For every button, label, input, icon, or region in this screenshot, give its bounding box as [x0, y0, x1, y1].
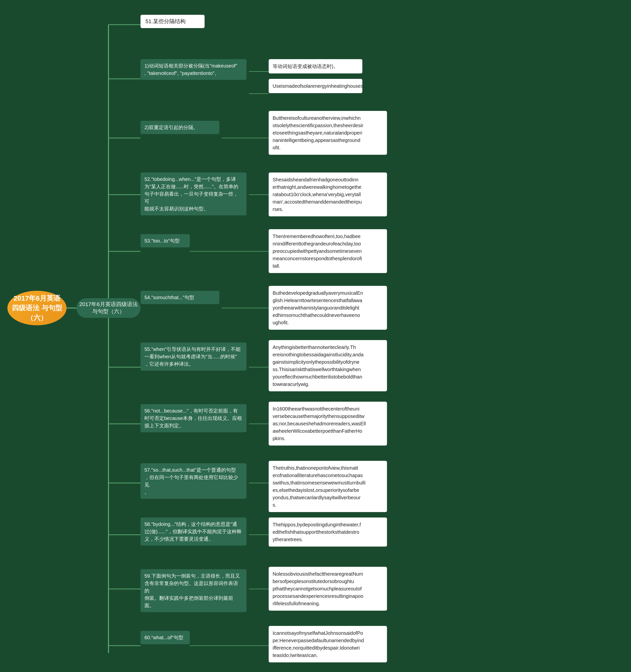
label-item52: 52."tobedoing...when..."是一个句型，多译为"某人正在做.…: [140, 172, 247, 215]
content-item57: Thetruthis,thatinonepontofview,thismatte…: [269, 461, 387, 512]
branch-node: 2017年6月英语四级语法与句型（六）: [76, 298, 140, 318]
content-item55: Anythingisbetterthannotwriteclearly.Ther…: [269, 340, 387, 391]
label-item56: 56."not...because..."，有时可否定前面，有时可否定becau…: [140, 404, 247, 432]
label-item2: 2)双重定语引起的分隔。: [140, 121, 219, 134]
content-item59: NolessobviousisthefacttherearegreatNumbe…: [269, 567, 387, 610]
content-item53: ThenIrememberedhowoftenI,too,hadbeennind…: [269, 229, 387, 273]
content-item1a: 等动词短语变成被动语态时)。: [269, 59, 362, 73]
content-item56: In1600theearthwasnotthecenteroftheuniver…: [269, 402, 387, 446]
branch-node-label: 2017年6月英语四级语法与句型（六）: [79, 301, 138, 315]
label-item59: 59.下面例句为一倒装句，主语很长，而且又含有非常复杂的句型。这是以形容词作表语…: [140, 569, 247, 612]
mind-map: 2017年6月英语四级语法 与句型（六） 2017年6月英语四级语法与句型（六）…: [0, 0, 631, 672]
content-item2: Butthereisofcultureanotherview,inwhichno…: [269, 111, 387, 155]
center-node-label: 2017年6月英语四级语法 与句型（六）: [11, 293, 63, 322]
label-item54: 54."somuchthat..."句型: [140, 291, 219, 304]
label-item1: 1)动词短语相关部分被分隔(当"makeuseof", "takenoticeo…: [140, 59, 247, 80]
label-51: 51.某些分隔结构: [140, 15, 205, 28]
content-item60: IcannotsayofmyselfwhatJohnsonsaidofPope:…: [269, 626, 387, 663]
content-item1b: Useismadeofsolarenergyinheatinghouses.: [269, 79, 362, 93]
content-item58: Thehippos,bydepositingdunginthewater,fed…: [269, 518, 387, 547]
center-node: 2017年6月英语四级语法 与句型（六）: [7, 291, 67, 325]
label-item60: 60."what...of"句型: [140, 631, 190, 644]
label-item53: 53."too...to"句型: [140, 234, 190, 247]
label-item58: 58."bydoing..."结构，这个结构的意思是"通过(做)......"，…: [140, 518, 247, 546]
label-item57: 57."so...that,such...that"是一个普通的句型，但在同一个…: [140, 463, 247, 499]
content-item52: Shesaidsheandafrienhadgoneouttodinnertha…: [269, 172, 387, 216]
label-item55: 55."when"引导状语从句有时并不好译，不能一看到when从句就考虑译为"当…: [140, 342, 247, 370]
content-item54: ButhedevelopedgraduallyaverymusicalEngli…: [269, 286, 387, 330]
